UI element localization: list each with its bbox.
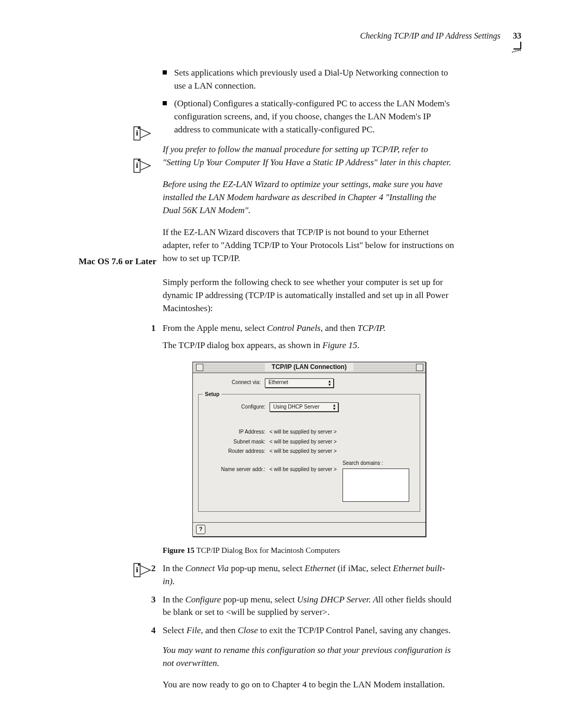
svg-text:i: i (136, 565, 139, 574)
document-page: Checking TCP/IP and IP Address Settings … (0, 0, 563, 728)
svg-point-6 (518, 50, 519, 51)
search-domains: Search domains : (342, 460, 410, 502)
search-domains-input[interactable] (342, 468, 409, 502)
step-item: 1 From the Apple menu, select Control Pa… (163, 322, 456, 556)
info-icon: i (133, 158, 151, 173)
ip-address-value: < will be supplied by server > (270, 428, 337, 436)
running-header: Checking TCP/IP and IP Address Settings … (360, 31, 521, 41)
configure-popup[interactable]: Using DHCP Server ▴▾ (270, 402, 338, 412)
bullet-item: Sets applications which previously used … (163, 67, 456, 92)
setup-group: Setup Configure: Using DHCP Server ▴▾ IP… (198, 391, 420, 512)
step-number: 4 (151, 624, 156, 637)
bullet-item: (Optional) Configures a statically-confi… (163, 97, 456, 136)
body-text: Sets applications which previously used … (163, 67, 456, 696)
paragraph: You are now ready to go on to Chapter 4 … (163, 678, 456, 692)
zoom-icon[interactable] (416, 364, 423, 371)
info-icon: i (133, 563, 151, 577)
step-number: 2 (151, 562, 156, 575)
dialog-title: TCP/IP (LAN Connection) (265, 363, 353, 372)
connect-via-popup[interactable]: Ethernet ▴▾ (265, 378, 334, 388)
svg-point-5 (517, 51, 518, 52)
svg-point-13 (138, 159, 140, 161)
popup-arrows-icon: ▴▾ (333, 403, 336, 411)
paragraph: If the EZ-LAN Wizard discovers that TCP/… (163, 226, 456, 265)
svg-point-16 (138, 564, 140, 565)
svg-point-2 (512, 52, 513, 53)
step-number: 3 (151, 594, 156, 607)
subnet-label: Subnet mask: (203, 438, 270, 446)
popup-arrows-icon: ▴▾ (328, 379, 331, 387)
header-decoration-icon (510, 42, 521, 55)
help-icon[interactable]: ? (196, 525, 205, 534)
dialog-titlebar: TCP/IP (LAN Connection) (193, 362, 425, 373)
dialog-footer: ? (193, 522, 425, 536)
step-subtext: The TCP/IP dialog box appears, as shown … (163, 339, 456, 352)
svg-point-7 (520, 50, 521, 51)
subnet-value: < will be supplied by server > (270, 438, 337, 446)
step-item: 2 In the Connect Via pop-up menu, select… (163, 562, 456, 588)
router-label: Router address: (203, 448, 270, 455)
step-item: 4 Select File, and then Close to exit th… (163, 624, 456, 637)
paragraph: Simply perform the following check to se… (163, 276, 456, 315)
svg-point-4 (515, 51, 516, 52)
svg-text:i: i (136, 128, 139, 137)
nameserver-label: Name server addr.: (203, 466, 270, 474)
info-icon: i (133, 126, 151, 141)
running-title: Checking TCP/IP and IP Address Settings (360, 31, 500, 40)
dialog-body: Connect via: Ethernet ▴▾ Setup Configure… (193, 373, 425, 522)
setup-legend: Setup (203, 391, 222, 399)
svg-point-3 (513, 51, 515, 52)
connect-via-label: Connect via: (198, 379, 265, 387)
info-note: Before using the EZ-LAN Wizard to optimi… (163, 178, 456, 217)
bullet-list: Sets applications which previously used … (163, 67, 456, 136)
router-value: < will be supplied by server > (270, 448, 337, 455)
close-icon[interactable] (196, 364, 203, 371)
step-item: 3 In the Configure pop-up menu, select U… (163, 594, 456, 619)
numbered-steps: 1 From the Apple menu, select Control Pa… (163, 322, 456, 637)
step-number: 1 (151, 322, 156, 335)
svg-text:i: i (136, 161, 139, 169)
svg-point-10 (138, 127, 140, 129)
figure-caption: Figure 15 TCP/IP Dialog Box for Macintos… (163, 545, 456, 557)
info-note: If you prefer to follow the manual proce… (163, 143, 456, 169)
info-note: You may want to rename this configuratio… (163, 644, 456, 670)
search-domains-label: Search domains : (342, 460, 410, 467)
configure-label: Configure: (203, 403, 270, 411)
ip-address-label: IP Address: (203, 428, 270, 436)
page-number: 33 (513, 31, 521, 40)
tcpip-dialog: TCP/IP (LAN Connection) Connect via: Eth… (192, 362, 426, 537)
nameserver-value: < will be supplied by server > (270, 466, 337, 474)
